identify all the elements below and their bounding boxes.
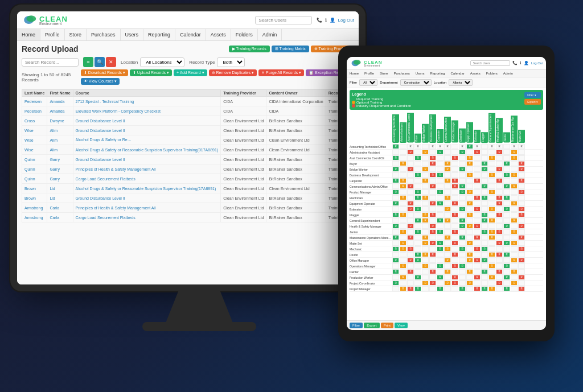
tablet-nav-admin[interactable]: Admin [500,70,516,77]
cell-course[interactable]: Alcohol Drugs & Safety or Reasonable Sus… [76,148,219,152]
filter-green-btn[interactable]: ≡ [83,57,93,67]
tablet-search-input[interactable] [470,60,510,66]
tab-training-records[interactable]: ▶ Training Records [229,46,270,52]
nav-item-store[interactable]: Store [65,29,87,40]
purge-all-btn[interactable]: ✕ Purge All Records ▾ [258,69,304,76]
tablet-nav-assets[interactable]: Assets [467,70,483,77]
download-records-btn[interactable]: ⬇ Download Records ▾ [81,69,128,76]
legend-export-btn[interactable]: Export ▾ [524,99,541,105]
tablet-nav-folders[interactable]: Folders [483,70,500,77]
cell-first-name[interactable]: Amanda [50,109,64,113]
cell-course[interactable]: Principles of Health & Safety Management… [76,167,156,171]
tablet-nav-home[interactable]: Home [347,70,362,77]
tablet-filter-all-select[interactable]: All [359,79,377,86]
cell-course[interactable]: Ground Disturbance Level II [76,158,125,162]
cell-course[interactable]: Ground Disturbance Level II [76,129,125,133]
tablet-footer-view-btn[interactable]: View [395,323,408,328]
matrix-cell: R [503,224,510,229]
cell-last-name[interactable]: Brown [24,196,36,200]
tablet-logout-link[interactable]: Log Out [531,61,543,65]
tablet-location-select[interactable]: Alberta [449,79,473,86]
cell-first-name[interactable]: Alim [50,129,58,133]
cell-last-name[interactable]: Brown [24,187,36,191]
matrix-cell [503,155,510,160]
cell-last-name[interactable]: Wise [24,148,34,152]
cell-last-name[interactable]: Quinn [24,177,35,181]
cell-last-name[interactable]: Cross [24,119,35,123]
cell-course[interactable]: Principles of Health & Safety Management… [76,206,156,210]
location-select[interactable]: All Locations [140,57,184,67]
matrix-cell [392,184,399,189]
cell-course[interactable]: Ground Disturbance Level II [76,119,125,123]
nav-item-admin[interactable]: Admin [258,29,282,40]
cell-course[interactable]: Ground Disturbance Level II [76,196,125,200]
tablet-footer-filter-btn[interactable]: Filter [350,323,363,328]
cell-last-name[interactable]: Armstrong [24,206,43,210]
nav-item-profile[interactable]: Profile [40,29,65,40]
tablet-nav-profile[interactable]: Profile [362,70,377,77]
cell-first-name[interactable]: Dwayne [50,119,64,123]
matrix-cell [392,286,399,291]
cell-first-name[interactable]: Alim [50,148,58,152]
cell-course[interactable]: Cargo Load Securement Flatbeds [76,177,136,181]
tablet-nav-store[interactable]: Store [377,70,391,77]
matrix-cell: R [459,184,466,189]
filter-blue-btn[interactable]: 🔍 [95,57,105,67]
tablet-footer-export-btn[interactable]: Export [364,323,379,328]
remove-duplicates-btn[interactable]: ⊖ Remove Duplicates ▾ [209,69,257,76]
cell-last-name[interactable]: Pedersen [24,100,42,104]
cell-last-name[interactable]: Wise [24,129,34,133]
cell-course[interactable]: 2712 Special - Technical Training [76,100,134,104]
cell-first-name[interactable]: Carla [50,206,59,210]
cell-last-name[interactable]: Wise [24,138,34,142]
tablet-footer-print-btn[interactable]: Print [381,323,393,328]
nav-item-purchases[interactable]: Purchases [87,29,121,40]
filter-red-btn[interactable]: ✕ [106,57,116,67]
cell-first-name[interactable]: Lid [50,187,55,191]
view-courses-btn[interactable]: 👁 View Courses ▾ [81,78,120,85]
cell-last-name[interactable]: Quinn [24,167,35,171]
matrix-cell: R [511,258,518,263]
cell-first-name[interactable]: Amanda [50,100,64,104]
cell-last-name[interactable]: Pedersen [24,109,42,113]
record-type-select[interactable]: Both [217,57,245,67]
matrix-cell: R [392,224,399,229]
matrix-cell: R [422,218,429,223]
tab-training-matrix[interactable]: ⊞ Training Matrix [272,46,309,52]
cell-first-name[interactable]: Garry [50,158,60,162]
nav-item-home[interactable]: Home [17,29,40,40]
matrix-cell [488,269,495,274]
matrix-cell [459,172,466,178]
nav-item-reporting[interactable]: Reporting [143,29,175,40]
search-users-input[interactable] [255,16,312,24]
matrix-cell [511,235,518,240]
cell-course[interactable]: Alcohol Drugs & Safety or Reasonable Sus… [76,187,216,191]
cell-course[interactable]: Elevated Work Platform - Competency Chec… [76,109,161,113]
cell-first-name[interactable]: Garry [50,177,60,181]
matrix-cell [414,241,421,246]
tablet-nav-purchases[interactable]: Purchases [391,70,412,77]
cell-first-name[interactable]: Lid [50,196,55,200]
nav-item-folders[interactable]: Folders [231,29,258,40]
nav-item-assets[interactable]: Assets [206,29,231,40]
add-record-btn[interactable]: + Add Record ▾ [174,69,207,76]
nav-item-users[interactable]: Users [121,29,144,40]
legend-filter-btn[interactable]: Filter ▾ [524,92,541,98]
tablet-nav-reporting[interactable]: Reporting [427,70,447,77]
nav-item-calendar[interactable]: Calendar [175,29,206,40]
cell-course[interactable]: Alcohol Drugs & Safety or Reasonable Sus… [76,138,133,142]
page-top: Record Upload ▶ Training Records ⊞ Train… [22,44,354,53]
tablet-nav-users[interactable]: Users [413,70,428,77]
tablet-dept-select[interactable]: Construction [400,79,432,86]
search-record-input[interactable] [22,58,79,67]
cell-last-name[interactable]: Quinn [24,158,35,162]
matrix-cell: R [511,144,518,149]
tablet-nav-calendar[interactable]: Calendar [447,70,467,77]
logout-link[interactable]: Log Out [338,18,354,23]
cell-course[interactable]: Cargo Load Securement Flatbeds [76,216,136,220]
upload-records-btn[interactable]: ⬆ Upload Records ▾ [130,69,172,76]
cell-first-name[interactable]: Alim [50,138,58,142]
cell-first-name[interactable]: Garry [50,167,60,171]
cell-last-name[interactable]: Armstrong [24,216,43,220]
cell-first-name[interactable]: Carla [50,216,59,220]
